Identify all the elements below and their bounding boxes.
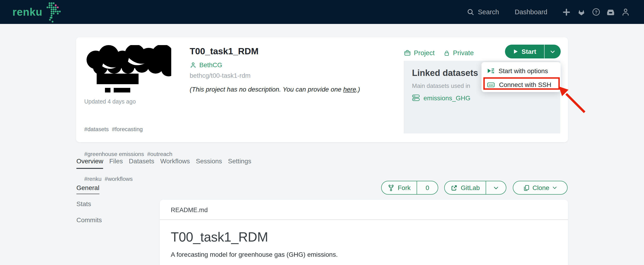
search-button[interactable]: Search [467, 8, 499, 16]
description-suffix: .) [356, 86, 360, 93]
readme-filename: README.md [160, 200, 568, 220]
new-project-button[interactable] [562, 7, 571, 16]
provide-description-link[interactable]: here [343, 86, 356, 93]
svg-text:?: ? [594, 10, 597, 14]
updated-timestamp: Updated 4 days ago [84, 98, 136, 105]
chevron-down-icon [552, 185, 558, 191]
subnav-label: General [76, 184, 100, 194]
user-icon [621, 8, 630, 16]
readme-heading: T00_task1_RDM [171, 230, 568, 245]
help-button[interactable]: ? [592, 7, 600, 16]
tab-settings[interactable]: Settings [228, 157, 251, 169]
author-name: BethCG [199, 61, 222, 68]
project-title: T00_task1_RDM [190, 46, 258, 57]
plus-icon [562, 8, 570, 16]
readme-body: A forecasting model for greenhouse gas (… [171, 251, 568, 258]
start-split-button: Start [505, 45, 561, 58]
gitlab-dropdown-toggle[interactable] [486, 181, 506, 194]
subnav-stats[interactable]: Stats [76, 200, 102, 208]
start-with-options-icon [487, 67, 494, 74]
project-type-badge: Project [404, 49, 434, 57]
tags-line[interactable]: #datasets #forecasting [84, 125, 190, 133]
subnav-general[interactable]: General [76, 184, 102, 191]
subnav-commits[interactable]: Commits [76, 216, 102, 224]
menu-item-label: Start with options [498, 67, 548, 74]
visibility-label: Private [453, 49, 474, 57]
gitlab-label: GitLab [461, 184, 480, 191]
project-slug: bethcg/t00-task1-rdm [190, 72, 251, 79]
dataset-name: emissions_GHG [424, 94, 470, 101]
visibility-badge: Private [443, 49, 474, 57]
external-link-icon [451, 184, 458, 191]
tab-files[interactable]: Files [109, 157, 123, 169]
navbar-right: Search Dashboard ? [467, 7, 630, 16]
annotation-arrow [555, 85, 592, 117]
fork-count: 0 [426, 184, 429, 191]
subnav-label: Commits [76, 216, 102, 224]
gitlab-button-group: GitLab [444, 181, 506, 195]
overview-subnav: General Stats Commits [76, 184, 102, 232]
gitlab-button[interactable]: GitLab [445, 181, 486, 194]
description-text: (This project has no description. You ca… [190, 86, 343, 93]
clone-button[interactable]: Clone [513, 181, 568, 195]
subnav-label: Stats [76, 200, 91, 208]
tags-line[interactable]: #renku #workflows [84, 175, 190, 183]
readme-card: README.md T00_task1_RDM A forecasting mo… [160, 200, 568, 265]
chevron-down-icon [493, 185, 499, 191]
project-avatar [86, 45, 171, 97]
person-icon [190, 61, 196, 68]
clone-icon [523, 184, 530, 191]
tab-datasets[interactable]: Datasets [129, 157, 154, 169]
fork-button-group: Fork 0 [381, 181, 438, 195]
dashboard-link[interactable]: Dashboard [515, 8, 547, 16]
tab-sessions[interactable]: Sessions [196, 157, 222, 169]
project-description: (This project has no description. You ca… [190, 86, 360, 93]
project-author-link[interactable]: BethCG [190, 61, 222, 68]
gitlab-nav-button[interactable] [577, 7, 586, 16]
fork-label: Fork [398, 184, 410, 191]
chevron-down-icon [550, 48, 556, 54]
inbox-icon [606, 7, 615, 16]
search-label: Search [478, 8, 499, 16]
clone-label: Clone [532, 184, 549, 191]
dashboard-label: Dashboard [515, 8, 547, 16]
git-fork-icon [388, 184, 394, 191]
tab-overview[interactable]: Overview [76, 157, 103, 169]
start-dropdown-toggle[interactable] [544, 45, 561, 58]
search-icon [467, 8, 474, 16]
start-button[interactable]: Start [505, 45, 544, 58]
tab-workflows[interactable]: Workflows [160, 157, 190, 169]
user-menu-button[interactable] [621, 7, 630, 16]
lock-icon [443, 49, 450, 56]
briefcase-icon [404, 49, 411, 57]
top-navbar: renku [0, 0, 644, 24]
fork-count-button[interactable]: 0 [416, 181, 438, 194]
highlight-rectangle [483, 77, 560, 90]
inbox-button[interactable] [606, 7, 615, 16]
project-type-label: Project [414, 49, 434, 57]
fork-button[interactable]: Fork [382, 181, 416, 194]
renku-logo[interactable]: renku [12, 1, 61, 22]
menu-item-start-with-options[interactable]: Start with options [482, 64, 561, 78]
dataset-link[interactable]: emissions_GHG [412, 94, 560, 102]
help-icon: ? [592, 8, 600, 16]
start-label: Start [522, 48, 536, 55]
dataset-icon [412, 94, 420, 102]
play-icon [513, 49, 518, 54]
brand-wordmark: renku [12, 7, 42, 17]
project-tabs: Overview Files Datasets Workflows Sessio… [76, 157, 251, 169]
renku-sprout-icon [44, 1, 61, 22]
gitlab-icon [577, 8, 585, 16]
tags-line[interactable]: #greenhouse emissions #outreach [84, 150, 190, 158]
page: renku [0, 0, 644, 265]
